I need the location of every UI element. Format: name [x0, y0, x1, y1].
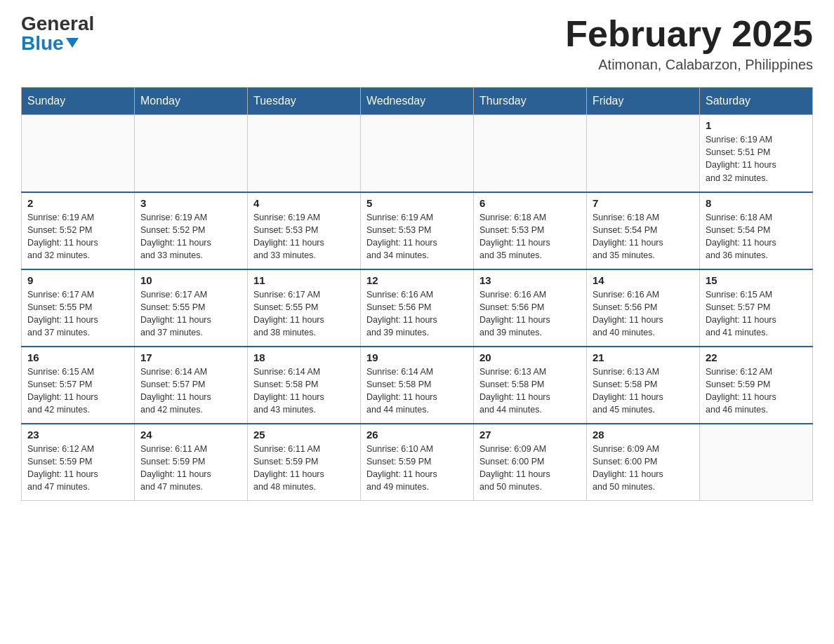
day-info: Sunrise: 6:19 AM Sunset: 5:52 PM Dayligh…	[140, 211, 241, 262]
calendar-week-row: 9Sunrise: 6:17 AM Sunset: 5:55 PM Daylig…	[22, 269, 813, 347]
day-number: 18	[253, 351, 355, 363]
day-info: Sunrise: 6:19 AM Sunset: 5:53 PM Dayligh…	[253, 211, 355, 262]
table-row: 26Sunrise: 6:10 AM Sunset: 5:59 PM Dayli…	[361, 424, 474, 501]
day-number: 28	[593, 429, 694, 441]
day-info: Sunrise: 6:14 AM Sunset: 5:58 PM Dayligh…	[253, 365, 355, 417]
day-info: Sunrise: 6:19 AM Sunset: 5:52 PM Dayligh…	[27, 211, 128, 262]
logo: General Blue	[21, 14, 94, 53]
calendar-table: Sunday Monday Tuesday Wednesday Thursday…	[21, 87, 813, 501]
calendar-week-row: 23Sunrise: 6:12 AM Sunset: 5:59 PM Dayli…	[22, 424, 813, 501]
day-info: Sunrise: 6:16 AM Sunset: 5:56 PM Dayligh…	[366, 288, 468, 340]
day-number: 15	[706, 274, 807, 286]
day-number: 4	[253, 197, 355, 209]
calendar-week-row: 16Sunrise: 6:15 AM Sunset: 5:57 PM Dayli…	[22, 347, 813, 424]
day-info: Sunrise: 6:09 AM Sunset: 6:00 PM Dayligh…	[479, 443, 581, 494]
day-info: Sunrise: 6:17 AM Sunset: 5:55 PM Dayligh…	[253, 288, 355, 340]
day-info: Sunrise: 6:17 AM Sunset: 5:55 PM Dayligh…	[27, 288, 128, 340]
day-info: Sunrise: 6:11 AM Sunset: 5:59 PM Dayligh…	[140, 443, 241, 494]
col-friday: Friday	[587, 88, 700, 115]
day-info: Sunrise: 6:18 AM Sunset: 5:53 PM Dayligh…	[479, 211, 581, 262]
day-number: 8	[706, 197, 807, 209]
col-wednesday: Wednesday	[361, 88, 474, 115]
table-row: 16Sunrise: 6:15 AM Sunset: 5:57 PM Dayli…	[22, 347, 135, 424]
day-number: 21	[593, 351, 694, 363]
location-title: Atimonan, Calabarzon, Philippines	[565, 57, 813, 73]
day-info: Sunrise: 6:19 AM Sunset: 5:53 PM Dayligh…	[366, 211, 468, 262]
table-row: 3Sunrise: 6:19 AM Sunset: 5:52 PM Daylig…	[135, 192, 248, 269]
table-row: 27Sunrise: 6:09 AM Sunset: 6:00 PM Dayli…	[474, 424, 587, 501]
day-info: Sunrise: 6:12 AM Sunset: 5:59 PM Dayligh…	[27, 443, 128, 494]
day-number: 17	[140, 351, 241, 363]
table-row: 11Sunrise: 6:17 AM Sunset: 5:55 PM Dayli…	[248, 269, 361, 347]
day-info: Sunrise: 6:18 AM Sunset: 5:54 PM Dayligh…	[706, 211, 807, 262]
day-number: 20	[479, 351, 581, 363]
table-row: 7Sunrise: 6:18 AM Sunset: 5:54 PM Daylig…	[587, 192, 700, 269]
table-row	[474, 115, 587, 192]
col-monday: Monday	[135, 88, 248, 115]
table-row: 2Sunrise: 6:19 AM Sunset: 5:52 PM Daylig…	[22, 192, 135, 269]
day-info: Sunrise: 6:14 AM Sunset: 5:58 PM Dayligh…	[366, 365, 468, 417]
day-number: 13	[479, 274, 581, 286]
day-info: Sunrise: 6:13 AM Sunset: 5:58 PM Dayligh…	[593, 365, 694, 417]
table-row: 22Sunrise: 6:12 AM Sunset: 5:59 PM Dayli…	[700, 347, 813, 424]
table-row	[22, 115, 135, 192]
day-number: 10	[140, 274, 241, 286]
day-info: Sunrise: 6:09 AM Sunset: 6:00 PM Dayligh…	[593, 443, 694, 494]
day-number: 16	[27, 351, 128, 363]
col-saturday: Saturday	[700, 88, 813, 115]
day-number: 23	[27, 429, 128, 441]
day-number: 26	[366, 429, 468, 441]
day-info: Sunrise: 6:15 AM Sunset: 5:57 PM Dayligh…	[706, 288, 807, 340]
svg-marker-0	[66, 38, 79, 48]
day-info: Sunrise: 6:12 AM Sunset: 5:59 PM Dayligh…	[706, 365, 807, 417]
day-number: 7	[593, 197, 694, 209]
col-tuesday: Tuesday	[248, 88, 361, 115]
day-number: 6	[479, 197, 581, 209]
table-row: 10Sunrise: 6:17 AM Sunset: 5:55 PM Dayli…	[135, 269, 248, 347]
day-number: 5	[366, 197, 468, 209]
table-row: 17Sunrise: 6:14 AM Sunset: 5:57 PM Dayli…	[135, 347, 248, 424]
day-number: 1	[706, 119, 807, 131]
col-thursday: Thursday	[474, 88, 587, 115]
logo-blue: Blue	[21, 34, 94, 53]
table-row: 20Sunrise: 6:13 AM Sunset: 5:58 PM Dayli…	[474, 347, 587, 424]
day-info: Sunrise: 6:18 AM Sunset: 5:54 PM Dayligh…	[593, 211, 694, 262]
day-info: Sunrise: 6:16 AM Sunset: 5:56 PM Dayligh…	[479, 288, 581, 340]
table-row: 14Sunrise: 6:16 AM Sunset: 5:56 PM Dayli…	[587, 269, 700, 347]
calendar-week-row: 1Sunrise: 6:19 AM Sunset: 5:51 PM Daylig…	[22, 115, 813, 192]
day-number: 27	[479, 429, 581, 441]
table-row: 25Sunrise: 6:11 AM Sunset: 5:59 PM Dayli…	[248, 424, 361, 501]
table-row: 12Sunrise: 6:16 AM Sunset: 5:56 PM Dayli…	[361, 269, 474, 347]
page-header: General Blue February 2025 Atimonan, Cal…	[21, 14, 813, 73]
day-number: 12	[366, 274, 468, 286]
day-number: 3	[140, 197, 241, 209]
day-info: Sunrise: 6:11 AM Sunset: 5:59 PM Dayligh…	[253, 443, 355, 494]
logo-general: General	[21, 14, 94, 34]
title-block: February 2025 Atimonan, Calabarzon, Phil…	[565, 14, 813, 73]
table-row: 1Sunrise: 6:19 AM Sunset: 5:51 PM Daylig…	[700, 115, 813, 192]
table-row: 6Sunrise: 6:18 AM Sunset: 5:53 PM Daylig…	[474, 192, 587, 269]
day-info: Sunrise: 6:17 AM Sunset: 5:55 PM Dayligh…	[140, 288, 241, 340]
table-row: 15Sunrise: 6:15 AM Sunset: 5:57 PM Dayli…	[700, 269, 813, 347]
table-row: 8Sunrise: 6:18 AM Sunset: 5:54 PM Daylig…	[700, 192, 813, 269]
day-info: Sunrise: 6:14 AM Sunset: 5:57 PM Dayligh…	[140, 365, 241, 417]
table-row: 13Sunrise: 6:16 AM Sunset: 5:56 PM Dayli…	[474, 269, 587, 347]
day-number: 24	[140, 429, 241, 441]
table-row: 9Sunrise: 6:17 AM Sunset: 5:55 PM Daylig…	[22, 269, 135, 347]
day-number: 19	[366, 351, 468, 363]
table-row: 21Sunrise: 6:13 AM Sunset: 5:58 PM Dayli…	[587, 347, 700, 424]
month-title: February 2025	[565, 14, 813, 54]
table-row: 28Sunrise: 6:09 AM Sunset: 6:00 PM Dayli…	[587, 424, 700, 501]
table-row	[361, 115, 474, 192]
day-info: Sunrise: 6:10 AM Sunset: 5:59 PM Dayligh…	[366, 443, 468, 494]
table-row: 5Sunrise: 6:19 AM Sunset: 5:53 PM Daylig…	[361, 192, 474, 269]
day-number: 11	[253, 274, 355, 286]
day-number: 25	[253, 429, 355, 441]
calendar-week-row: 2Sunrise: 6:19 AM Sunset: 5:52 PM Daylig…	[22, 192, 813, 269]
table-row	[700, 424, 813, 501]
day-number: 14	[593, 274, 694, 286]
calendar-header-row: Sunday Monday Tuesday Wednesday Thursday…	[22, 88, 813, 115]
table-row	[587, 115, 700, 192]
logo-triangle-icon	[66, 38, 79, 48]
day-number: 9	[27, 274, 128, 286]
